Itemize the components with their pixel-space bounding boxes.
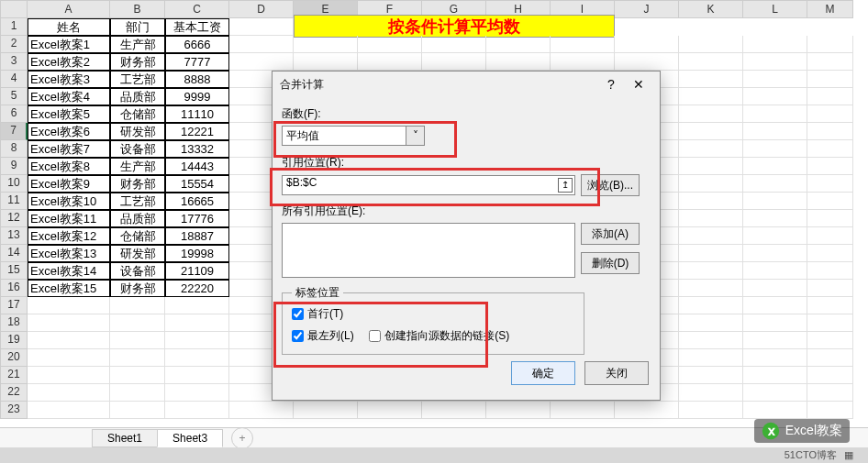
header-name[interactable]: 姓名 [28,18,110,36]
range-picker-icon[interactable]: ↥ [558,178,573,193]
cell-name[interactable]: Excel教案7 [28,140,110,158]
row-header[interactable]: 14 [0,245,28,262]
row-header[interactable]: 2 [0,36,28,53]
cell-salary[interactable]: 17776 [165,210,229,227]
cell-name[interactable]: Excel教案14 [28,262,110,280]
cell-dept[interactable]: 仓储部 [110,105,165,123]
col-header-M[interactable]: M [807,0,853,18]
cell-name[interactable]: Excel教案9 [28,175,110,193]
header-dept[interactable]: 部门 [110,18,165,36]
select-all-corner[interactable] [0,0,28,18]
cell-salary[interactable]: 19998 [165,245,229,262]
cell-dept[interactable]: 设备部 [110,262,165,280]
row-header[interactable]: 23 [0,402,28,419]
close-button[interactable]: ✕ [625,74,652,94]
tab-sheet1[interactable]: Sheet1 [92,429,158,447]
cell-dept[interactable]: 品质部 [110,88,165,105]
row-header[interactable]: 18 [0,314,28,332]
tab-sheet3[interactable]: Sheet3 [157,429,223,447]
col-header-L[interactable]: L [743,0,807,18]
add-sheet-button[interactable]: + [231,427,253,449]
row-header[interactable]: 22 [0,384,28,402]
close-dialog-button[interactable]: 关闭 [584,361,649,385]
cell-dept[interactable]: 财务部 [110,175,165,193]
cell-name[interactable]: Excel教案13 [28,245,110,262]
cell-dept[interactable]: 仓储部 [110,227,165,245]
col-header-A[interactable]: A [28,0,110,18]
col-header-C[interactable]: C [165,0,229,18]
row-header[interactable]: 8 [0,140,28,158]
row-header[interactable]: 5 [0,88,28,105]
row-header[interactable]: 12 [0,210,28,227]
row-header[interactable]: 15 [0,262,28,280]
cell-name[interactable]: Excel教案3 [28,71,110,88]
cell-salary[interactable]: 22220 [165,280,229,297]
row-header[interactable]: 13 [0,227,28,245]
cell-salary[interactable]: 9999 [165,88,229,105]
ok-button[interactable]: 确定 [511,361,575,385]
cell-dept[interactable]: 研发部 [110,245,165,262]
top-row-checkbox[interactable]: 首行(T) [292,306,343,322]
cell-dept[interactable]: 工艺部 [110,193,165,210]
cell-salary[interactable]: 6666 [165,36,229,53]
row-header[interactable]: 19 [0,332,28,349]
row-header[interactable]: 7 [0,123,28,140]
cell-salary[interactable]: 14443 [165,158,229,175]
cell-dept[interactable]: 财务部 [110,280,165,297]
view-normal-icon[interactable]: ▦ [844,449,853,461]
create-links-checkbox[interactable]: 创建指向源数据的链接(S) [369,328,509,344]
cell-name[interactable]: Excel教案12 [28,227,110,245]
add-button[interactable]: 添加(A) [581,223,640,245]
cell-name[interactable]: Excel教案15 [28,280,110,297]
row-header[interactable]: 20 [0,349,28,367]
cell-dept[interactable]: 生产部 [110,36,165,53]
cell-salary[interactable]: 18887 [165,227,229,245]
help-button[interactable]: ? [597,74,625,94]
browse-button[interactable]: 浏览(B)... [581,174,640,196]
cell-salary[interactable]: 16665 [165,193,229,210]
row-header[interactable]: 16 [0,280,28,297]
left-col-checkbox[interactable]: 最左列(L) [292,328,354,344]
cell-name[interactable]: Excel教案4 [28,88,110,105]
cell-dept[interactable]: 生产部 [110,158,165,175]
all-references-list[interactable] [282,223,575,278]
cell-salary[interactable]: 12221 [165,123,229,140]
cell-dept[interactable]: 品质部 [110,210,165,227]
col-header-K[interactable]: K [679,0,743,18]
cell-name[interactable]: Excel教案10 [28,193,110,210]
col-header-J[interactable]: J [615,0,679,18]
cell-salary[interactable]: 21109 [165,262,229,280]
reference-input[interactable]: $B:$C ↥ [282,175,575,195]
row-header[interactable]: 4 [0,71,28,88]
cell-salary[interactable]: 15554 [165,175,229,193]
cell-name[interactable]: Excel教案11 [28,210,110,227]
row-header[interactable]: 10 [0,175,28,193]
row-header[interactable]: 11 [0,193,28,210]
cell-dept[interactable]: 财务部 [110,53,165,71]
cell-dept[interactable]: 设备部 [110,140,165,158]
delete-button[interactable]: 删除(D) [581,252,640,274]
cell-salary[interactable]: 11110 [165,105,229,123]
cell-name[interactable]: Excel教案2 [28,53,110,71]
cell-salary[interactable]: 13332 [165,140,229,158]
chevron-down-icon[interactable]: ˅ [406,126,425,146]
cell-name[interactable]: Excel教案6 [28,123,110,140]
col-header-D[interactable]: D [229,0,294,18]
row-header[interactable]: 6 [0,105,28,123]
col-header-B[interactable]: B [110,0,165,18]
row-header[interactable]: 17 [0,297,28,314]
cell-dept[interactable]: 研发部 [110,123,165,140]
row-header[interactable]: 9 [0,158,28,175]
cell-name[interactable]: Excel教案5 [28,105,110,123]
function-select[interactable]: 平均值 [282,126,406,146]
cell-name[interactable]: Excel教案1 [28,36,110,53]
cell-dept[interactable]: 工艺部 [110,71,165,88]
row-header[interactable]: 1 [0,18,28,36]
cell-salary[interactable]: 8888 [165,71,229,88]
cell-salary[interactable]: 7777 [165,53,229,71]
header-salary[interactable]: 基本工资 [165,18,229,36]
label-position-group: 标签位置 首行(T) 最左列(L) 创建指向源数据的链接(S) [282,285,584,355]
cell-name[interactable]: Excel教案8 [28,158,110,175]
row-header[interactable]: 3 [0,53,28,71]
row-header[interactable]: 21 [0,367,28,384]
